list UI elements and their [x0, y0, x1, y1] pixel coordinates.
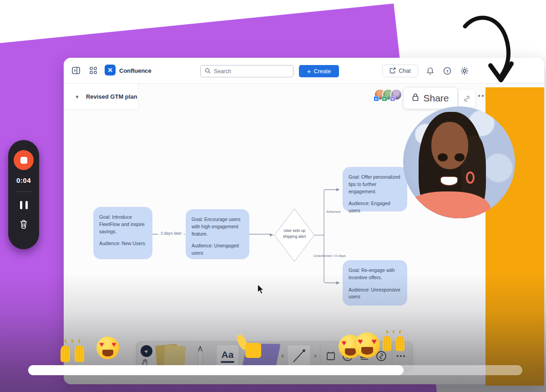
flow-node-tips[interactable]: Goal: Offer personalized tips to further…: [343, 167, 407, 211]
copy-link-icon[interactable]: [459, 90, 475, 108]
settings-gear-icon[interactable]: [460, 66, 470, 76]
video-progress-fill: [28, 365, 404, 375]
chat-button[interactable]: Chat: [382, 65, 418, 77]
recorder-divider: [15, 191, 32, 192]
chat-export-icon: [389, 67, 396, 75]
branch-label-unactioned: Unactioned >3 days: [313, 254, 354, 258]
collaborator-avatar[interactable]: V: [390, 89, 402, 101]
collaborator-badge: D: [374, 96, 379, 101]
flow-node-reengage[interactable]: Goal: Re-engage with incentive offers.Au…: [343, 260, 407, 306]
marketing-frame: ✕ Confluence Search + Create Chat ?: [0, 0, 546, 392]
stop-recording-button[interactable]: [14, 150, 34, 170]
share-button[interactable]: Share: [404, 88, 457, 109]
presenter-video-bubble[interactable]: [403, 106, 515, 218]
create-button[interactable]: + Create: [299, 65, 339, 77]
lock-icon: [412, 93, 419, 104]
recording-widget: 0:04: [8, 140, 39, 249]
app-name: Confluence: [119, 67, 152, 74]
chevron-down-icon[interactable]: ▼: [75, 94, 80, 100]
presenter-earring: [466, 171, 475, 184]
shape-chevron-down-icon[interactable]: ∨: [281, 353, 284, 359]
app-switcher-icon[interactable]: [89, 66, 98, 75]
recording-timer: 0:04: [16, 176, 31, 184]
search-placeholder: Search: [214, 68, 231, 75]
svg-text:?: ?: [446, 69, 449, 74]
branch-label-actioned: Actioned: [326, 210, 340, 214]
confluence-window: ✕ Confluence Search + Create Chat ?: [64, 58, 544, 384]
search-icon: [205, 68, 211, 75]
thumbs-up-emoji: [237, 333, 262, 359]
decision-text: User sets upshipping alert: [274, 228, 315, 240]
raising-hands-emoji: [60, 339, 85, 362]
text-underline: [221, 361, 234, 363]
delete-recording-button[interactable]: [19, 219, 28, 231]
flow-node-intro[interactable]: Goal: Introduce FleetFlow and inspire sa…: [93, 207, 152, 259]
raising-hands-emoji: [382, 330, 405, 351]
edge-label: 3 days later: [158, 231, 184, 236]
presenter-eye: [438, 153, 448, 161]
select-tool-button[interactable]: ➤: [141, 345, 152, 357]
collaborator-badge: V: [390, 96, 395, 101]
cursor-arrow-icon: ➤: [143, 347, 150, 355]
stop-icon: [20, 157, 27, 164]
plus-icon: +: [307, 68, 311, 75]
confluence-logo-icon: ✕: [105, 65, 116, 75]
heart-eyes-emoji: ♥♥: [96, 337, 119, 359]
board-title: Revised GTM plan: [86, 93, 137, 100]
collaborator-badge: E: [382, 96, 387, 101]
presenter-mouth: [440, 176, 458, 186]
help-icon[interactable]: ?: [442, 66, 452, 76]
user-avatar[interactable]: [474, 65, 485, 76]
board-title-panel: ▼ Revised GTM plan: [64, 84, 139, 110]
heart-eyes-emoji: ♥♥: [354, 332, 380, 358]
pause-recording-button[interactable]: [17, 198, 30, 212]
sidebar-toggle-button[interactable]: [71, 65, 81, 75]
video-progress-bar[interactable]: [28, 365, 522, 375]
notifications-bell-icon[interactable]: [425, 66, 435, 76]
flow-node-encourage[interactable]: Goal: Encourage users with high engageme…: [186, 209, 249, 259]
presenter-eye: [455, 153, 465, 161]
line-chevron-down-icon[interactable]: ∨: [313, 353, 317, 359]
presenter-face: [431, 122, 468, 169]
connector-line-tool[interactable]: [287, 345, 311, 367]
toolbar-divider: [320, 346, 320, 367]
search-input[interactable]: Search: [200, 65, 293, 77]
mouse-cursor: [256, 284, 265, 297]
frame-tool-icon[interactable]: [325, 351, 336, 363]
toolbar-more-button[interactable]: •••: [396, 352, 406, 360]
top-navbar: ✕ Confluence Search + Create Chat ?: [64, 58, 544, 84]
text-tool[interactable]: Aa: [216, 345, 239, 367]
